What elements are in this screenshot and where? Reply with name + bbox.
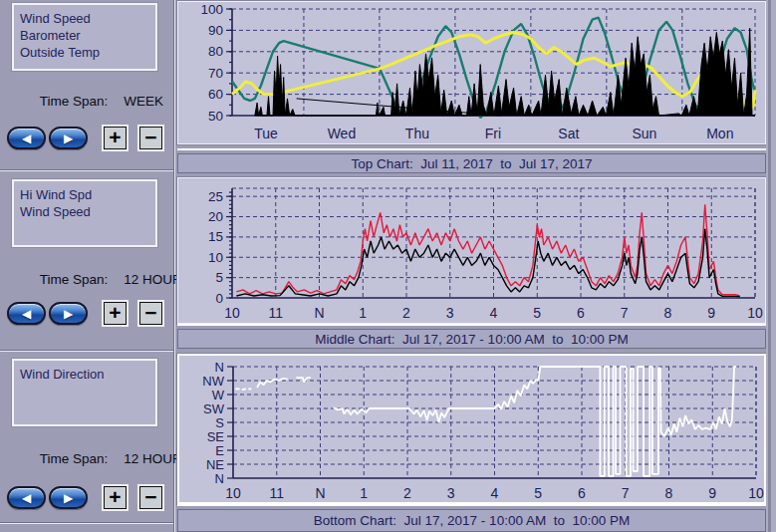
svg-text:SW: SW [203, 401, 225, 416]
svg-text:70: 70 [208, 66, 223, 81]
time-span-row: Time Span:12 HOURS [10, 436, 191, 481]
svg-text:7: 7 [621, 305, 629, 321]
scroll-back-button[interactable]: ◀ [7, 486, 46, 509]
left-arrow-icon: ◀ [22, 308, 31, 320]
svg-text:NE: NE [206, 457, 224, 472]
svg-text:N: N [314, 305, 324, 321]
zoom-out-button[interactable]: − [139, 127, 162, 149]
zoom-out-button[interactable]: − [139, 486, 162, 509]
svg-text:0: 0 [215, 291, 223, 306]
svg-text:NW: NW [202, 374, 224, 389]
svg-text:5: 5 [533, 305, 541, 321]
bottom-chart-caption: Bottom Chart: Jul 17, 2017 - 10:00 AM to… [177, 509, 766, 532]
weather-chart-window: Wind Speed Barometer Outside Temp Time S… [0, 0, 776, 532]
middle-chart-controls: Hi Wind Spd Wind Speed Time Span:12 HOUR… [0, 171, 173, 349]
svg-text:8: 8 [664, 305, 672, 321]
svg-text:Fri: Fri [485, 126, 501, 141]
svg-text:SE: SE [207, 429, 225, 444]
svg-text:Wed: Wed [328, 126, 357, 141]
legend-item: Hi Wind Spd [20, 186, 155, 203]
svg-text:5: 5 [534, 485, 542, 501]
bottom-chart-controls: Wind Direction Time Span:12 HOURS ◀ ▶ + … [0, 352, 173, 522]
svg-text:6: 6 [577, 305, 585, 321]
legend-item: Outside Temp [20, 44, 155, 61]
svg-text:6: 6 [578, 485, 586, 501]
scroll-forward-button[interactable]: ▶ [49, 127, 88, 149]
legend-item: Wind Speed [20, 10, 155, 27]
right-arrow-icon: ▶ [64, 133, 73, 144]
svg-text:Sun: Sun [632, 126, 656, 141]
middle-chart[interactable]: 05101520251011N12345678910 [178, 178, 765, 323]
svg-text:3: 3 [447, 485, 455, 501]
plus-icon: + [109, 486, 121, 507]
scroll-forward-button[interactable]: ▶ [49, 302, 88, 325]
time-span-row: Time Span:12 HOURS [10, 257, 191, 302]
svg-text:Mon: Mon [706, 126, 733, 141]
legend-item: Wind Speed [20, 203, 155, 220]
svg-text:1: 1 [359, 305, 367, 321]
legend-item: Barometer [20, 27, 155, 44]
scroll-back-button[interactable]: ◀ [7, 302, 46, 325]
svg-text:Sat: Sat [558, 126, 579, 141]
window-right-edge [766, 0, 776, 532]
svg-text:11: 11 [268, 305, 283, 321]
top-chart-caption: Top Chart: Jul 11, 2017 to Jul 17, 2017 [177, 153, 766, 173]
svg-text:10: 10 [225, 485, 241, 501]
legend-item: Wind Direction [20, 366, 155, 383]
caption-text: Middle Chart: Jul 17, 2017 - 10:00 AM to… [315, 332, 628, 347]
zoom-in-button[interactable]: + [104, 486, 127, 509]
svg-text:3: 3 [446, 305, 454, 321]
svg-text:7: 7 [622, 485, 630, 501]
svg-text:20: 20 [208, 209, 223, 224]
bottom-chart[interactable]: NNWWSWSSEENEN1011N12345678910 [179, 356, 764, 502]
zoom-in-button[interactable]: + [104, 127, 127, 149]
right-arrow-icon: ▶ [64, 492, 73, 504]
scroll-forward-button[interactable]: ▶ [49, 486, 88, 509]
divider [0, 522, 173, 523]
scroll-back-button[interactable]: ◀ [7, 127, 46, 149]
svg-text:Tue: Tue [254, 126, 278, 141]
right-arrow-icon: ▶ [64, 308, 73, 320]
minus-icon: − [144, 127, 156, 147]
svg-text:Thu: Thu [405, 126, 429, 141]
divider [0, 350, 173, 351]
window-edge-line [768, 0, 771, 532]
svg-text:15: 15 [208, 229, 223, 244]
svg-text:100: 100 [200, 2, 223, 17]
svg-text:50: 50 [208, 109, 223, 124]
svg-text:1: 1 [360, 485, 368, 501]
zoom-out-button[interactable]: − [139, 302, 162, 325]
plus-icon: + [109, 302, 121, 323]
time-span-row: Time Span:WEEK [10, 79, 163, 124]
svg-text:W: W [212, 388, 225, 402]
svg-text:60: 60 [208, 87, 223, 102]
time-span-label: Time Span: [40, 451, 109, 466]
left-arrow-icon: ◀ [22, 492, 31, 504]
middle-chart-panel: 05101520251011N12345678910 [177, 177, 766, 324]
sidebar: Wind Speed Barometer Outside Temp Time S… [0, 0, 174, 532]
minus-icon: − [144, 302, 156, 323]
svg-text:4: 4 [490, 305, 498, 321]
time-span-value: WEEK [124, 94, 163, 109]
svg-text:S: S [215, 415, 224, 430]
svg-text:E: E [215, 443, 224, 458]
svg-text:2: 2 [402, 305, 410, 321]
svg-text:25: 25 [208, 189, 223, 204]
svg-text:N: N [215, 360, 224, 375]
svg-text:N: N [215, 471, 224, 486]
bottom-chart-panel: NNWWSWSSEENEN1011N12345678910 [177, 354, 766, 504]
top-chart-controls: Wind Speed Barometer Outside Temp Time S… [0, 0, 173, 169]
time-span-label: Time Span: [40, 94, 109, 109]
zoom-in-button[interactable]: + [104, 302, 127, 325]
minus-icon: − [144, 486, 156, 507]
svg-text:10: 10 [208, 250, 223, 265]
svg-text:11: 11 [269, 485, 284, 501]
svg-text:10: 10 [748, 485, 764, 501]
middle-chart-legend-box: Hi Wind Spd Wind Speed [12, 179, 157, 247]
svg-text:8: 8 [665, 485, 673, 501]
top-chart[interactable]: 5060708090100TueWedThuFriSatSunMon [178, 2, 765, 143]
svg-text:4: 4 [491, 485, 499, 501]
time-span-label: Time Span: [40, 272, 109, 287]
bottom-chart-legend-box: Wind Direction [12, 359, 157, 426]
plus-icon: + [109, 127, 121, 147]
